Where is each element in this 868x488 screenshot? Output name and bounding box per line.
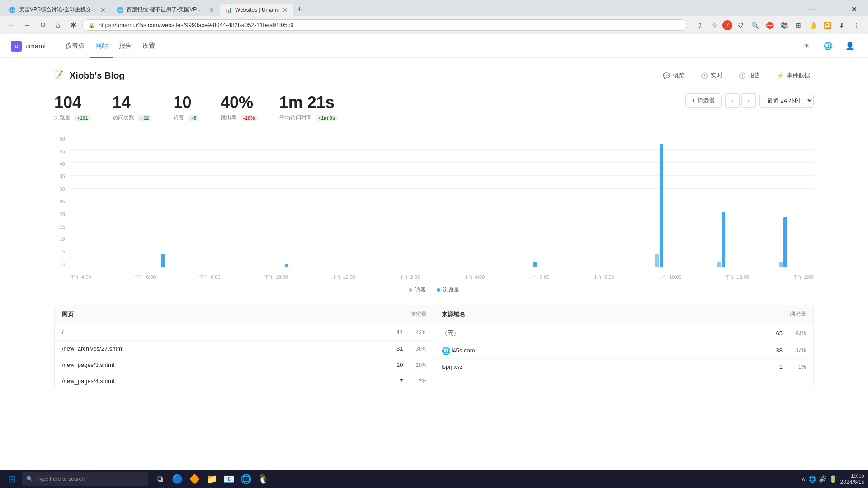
taskbar-app-penguin[interactable]: 🐧 — [255, 471, 271, 487]
events-action[interactable]: ⚡ 事件数据 — [773, 69, 814, 82]
chart-legend: 访客 浏览量 — [54, 286, 814, 294]
extension-2-icon[interactable]: ⛔ — [763, 19, 776, 32]
bookmark-button[interactable]: ✱ — [67, 19, 80, 32]
referrers-table: 来源域名 浏览量 （无） 65 63% 🌐 i45s.com 38 37% ls… — [434, 305, 814, 389]
stat-visits-value: 14 — [113, 93, 152, 112]
taskbar-system-icons: ∧ 🌐 🔊 🔋 — [801, 475, 837, 483]
stat-pageviews-value: 104 — [54, 93, 91, 112]
profile-icon[interactable]: 7 — [722, 20, 732, 30]
maximize-button[interactable]: □ — [823, 2, 844, 16]
pages-table-row[interactable]: /new_pages/4.shtml 7 7% — [55, 373, 434, 389]
bar-visitors-11 — [779, 262, 783, 267]
bar-group-0 — [70, 136, 131, 267]
referrer-pct: 37% — [788, 347, 806, 353]
download-icon[interactable]: ⬇ — [835, 19, 848, 32]
logo-icon: u — [11, 41, 22, 52]
bar-group-9 — [628, 136, 689, 267]
extension-4-icon[interactable]: ⊞ — [792, 19, 805, 32]
stat-duration-value: 1m 21s — [279, 93, 338, 112]
vpn-icon[interactable]: 🛡 — [734, 19, 747, 32]
referrer-table-row[interactable]: （无） 65 63% — [434, 324, 814, 342]
star-icon[interactable]: ☆ — [708, 19, 721, 32]
x-label-7: 上午 6:00 — [528, 274, 549, 281]
report-action[interactable]: 🕐 报告 — [735, 69, 764, 82]
minimize-button[interactable]: — — [802, 2, 823, 16]
taskbar-app-browser[interactable]: 🌐 — [238, 471, 254, 487]
taskbar-app-search[interactable]: 🔶 — [186, 471, 203, 487]
taskbar-battery-icon[interactable]: 🔋 — [829, 475, 837, 483]
pages-table-row[interactable]: /new_archives/27.shtml 31 30% — [55, 341, 434, 357]
domain-favicon: 🌐 — [442, 347, 449, 354]
penguin-icon: 🐧 — [258, 474, 269, 484]
tab-2[interactable]: 🌐 百度抵抗·都不让用了-美国VPS… ✕ — [111, 3, 220, 16]
realtime-action[interactable]: 🕐 实时 — [697, 69, 726, 82]
tab-2-close[interactable]: ✕ — [209, 6, 214, 14]
pages-table-row[interactable]: / 44 42% — [55, 324, 434, 341]
extension-3-icon[interactable]: 📚 — [778, 19, 790, 32]
pages-table-row[interactable]: /new_pages/3.shtml 10 10% — [55, 357, 434, 373]
back-button[interactable]: ← — [5, 19, 18, 32]
bar-pageviews-7 — [533, 262, 537, 267]
start-button[interactable]: ⊞ — [4, 471, 20, 487]
close-button[interactable]: ✕ — [844, 2, 864, 16]
share-icon[interactable]: ⤴ — [693, 19, 706, 32]
tab-1[interactable]: 🌐 美国VPS综合讨论-全球主机交… ✕ — [4, 3, 111, 16]
page-path: / — [62, 329, 391, 336]
tab-1-close[interactable]: ✕ — [100, 6, 106, 14]
nav-websites[interactable]: 网站 — [90, 35, 113, 58]
tab-3-close[interactable]: ✕ — [283, 6, 288, 14]
bar-group-5 — [380, 136, 441, 267]
task-view-icon: ⧉ — [157, 474, 163, 484]
taskbar-app-mail[interactable]: 📧 — [221, 471, 237, 487]
extension-5-icon[interactable]: 🔔 — [807, 19, 819, 32]
tab-1-title: 美国VPS综合讨论-全球主机交… — [19, 6, 97, 14]
forward-button[interactable]: → — [21, 19, 33, 32]
add-filter-button[interactable]: + 筛选器 — [685, 93, 722, 108]
menu-icon[interactable]: ⋮ — [850, 19, 863, 32]
address-bar[interactable]: 🔒 https://umami.i45s.com/websites/9993ac… — [82, 19, 687, 31]
new-tab-button[interactable]: + — [293, 3, 306, 16]
x-label-6: 上午 4:00 — [464, 274, 485, 281]
nav-settings[interactable]: 设置 — [137, 35, 160, 58]
stat-visits-badge: +12 — [138, 115, 152, 121]
x-label-10: 下午 12:00 — [725, 274, 749, 281]
time-range-select[interactable]: 最近 24 小时 — [760, 94, 814, 108]
overview-action[interactable]: 💬 概览 — [659, 69, 688, 82]
taskbar-search-text: Type here to search — [37, 476, 85, 482]
site-title: Xiobb's Blog — [70, 70, 124, 81]
next-period-button[interactable]: › — [741, 93, 756, 108]
page-path: /new_archives/27.shtml — [62, 345, 391, 352]
bar-group-8 — [566, 136, 627, 267]
app-name: umami — [25, 42, 46, 50]
mail-icon: 📧 — [223, 474, 235, 484]
legend-pageviews: 浏览量 — [437, 286, 459, 294]
taskbar-search-icon: 🔍 — [26, 476, 33, 482]
referrer-table-row[interactable]: 🌐 i45s.com 38 37% — [434, 342, 814, 359]
stat-visitors: 10 访客 +8 — [173, 93, 199, 122]
user-icon[interactable]: 👤 — [843, 39, 857, 53]
chart-bars — [70, 136, 814, 267]
reload-button[interactable]: ↻ — [36, 19, 49, 32]
theme-toggle-icon[interactable]: ☀ — [799, 39, 814, 53]
taskbar-search[interactable]: 🔍 Type here to search — [22, 472, 148, 486]
referrer-table-row[interactable]: lsprj.xyz 1 1% — [434, 359, 814, 375]
prev-period-button[interactable]: ‹ — [725, 93, 740, 108]
taskbar-app-files[interactable]: 📁 — [203, 471, 220, 487]
taskbar-app-task-view[interactable]: ⧉ — [152, 471, 168, 487]
taskbar-app-chrome[interactable]: 🔵 — [169, 471, 185, 487]
extension-1-icon[interactable]: 🔍 — [749, 19, 761, 32]
bar-visitors-10 — [717, 262, 721, 267]
taskbar-up-icon[interactable]: ∧ — [801, 475, 806, 483]
chart-container: 50 45 40 35 30 25 20 15 10 5 0 下午 4:00下午… — [54, 136, 814, 294]
language-icon[interactable]: 🌐 — [821, 39, 835, 53]
nav-dashboard[interactable]: 仪表板 — [60, 35, 90, 58]
tab-3[interactable]: 📊 Websites | Umami ✕ — [220, 4, 293, 16]
nav-reports[interactable]: 报告 — [113, 35, 137, 58]
referrers-table-header: 来源域名 浏览量 — [434, 305, 814, 324]
taskbar-volume-icon[interactable]: 🔊 — [819, 475, 826, 483]
home-button[interactable]: ⌂ — [52, 19, 64, 32]
stats-row: 104 浏览量 +101 14 访问次数 +12 10 访客 +8 40% 跳出… — [54, 93, 814, 122]
page-pct: 7% — [409, 378, 427, 385]
extension-6-icon[interactable]: 🔁 — [821, 19, 834, 32]
taskbar-network-icon[interactable]: 🌐 — [808, 475, 816, 483]
